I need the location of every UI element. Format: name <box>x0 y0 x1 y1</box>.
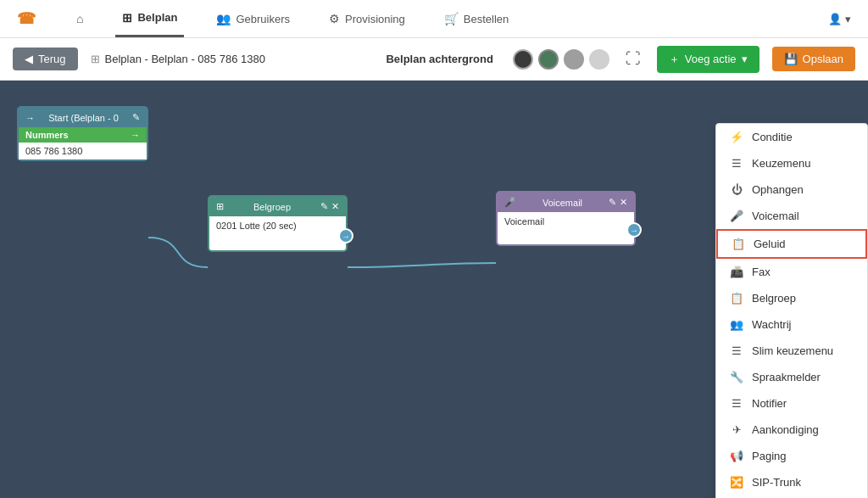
dropdown-item-notifier[interactable]: ☰ Notifier <box>716 390 867 417</box>
voicemail-node: 🎤 Voicemail ✎ ✕ Voicemail → <box>496 191 636 246</box>
voicemail-menu-icon: 🎤 <box>730 210 743 222</box>
group-icon: ⊞ <box>216 201 224 212</box>
dropdown-item-voicemail[interactable]: 🎤 Voicemail <box>716 203 867 229</box>
nav-bestellen-label: Bestellen <box>464 13 509 25</box>
canvas-area[interactable]: → Start (Belplan - 0 ✎ Nummers → 085 786… <box>0 81 868 498</box>
spraakmelder-icon: 🔧 <box>730 371 743 383</box>
gebruikers-icon: 👥 <box>216 12 231 25</box>
nav-bestellen[interactable]: 🛒 Bestellen <box>437 2 515 36</box>
voicemail-edit-button[interactable]: ✎ <box>609 197 616 208</box>
keuzemenu-label: Keuzemenu <box>752 157 810 170</box>
color-option-2[interactable] <box>564 49 584 70</box>
save-icon: 💾 <box>784 53 798 65</box>
group-row: 0201 Lotte (20 sec) <box>216 221 339 231</box>
toolbar: ◀ Terug ⊞ Belplan - Belplan - 085 786 13… <box>0 38 868 81</box>
color-picker <box>513 49 609 70</box>
group-edit-button[interactable]: ✎ <box>320 201 328 212</box>
dropdown-item-aankondiging[interactable]: ✈ Aankondiging <box>716 417 867 443</box>
geluid-label: Geluid <box>754 238 786 250</box>
voicemail-connector[interactable]: → <box>626 222 642 238</box>
paging-label: Paging <box>752 450 786 462</box>
wachtrij-icon: 👥 <box>730 318 743 331</box>
dropdown-item-paging[interactable]: 📢 Paging <box>716 443 867 469</box>
user-menu[interactable]: 👤 ▾ <box>828 13 851 25</box>
dropdown-item-geluid[interactable]: 📋 Geluid <box>716 229 867 259</box>
start-arrow-icon: → <box>25 113 35 123</box>
top-nav: ☎ ⌂ ⊞ Belplan 👥 Gebruikers ⚙ Provisionin… <box>0 0 868 38</box>
slim-keuzemenu-label: Slim keuzemenu <box>752 344 833 357</box>
dropdown-item-slim-keuzemenu[interactable]: ☰ Slim keuzemenu <box>716 338 867 364</box>
slim-keuzemenu-icon: ☰ <box>730 344 743 357</box>
plus-icon: ＋ <box>669 52 680 67</box>
start-node: → Start (Belplan - 0 ✎ Nummers → 085 786… <box>17 106 148 161</box>
notifier-label: Notifier <box>752 397 787 410</box>
voicemail-title: Voicemail <box>542 198 582 208</box>
dropdown-item-spraakmelder[interactable]: 🔧 Spraakmelder <box>716 364 867 390</box>
voicemail-icon: 🎤 <box>504 197 516 208</box>
start-row-0: 085 786 1380 <box>19 143 147 159</box>
paging-icon: 📢 <box>730 450 743 462</box>
belplan-icon: ⊞ <box>122 11 132 25</box>
belgroep-menu-label: Belgroep <box>752 292 796 305</box>
group-node-header: ⊞ Belgroep ✎ ✕ <box>209 197 346 216</box>
breadcrumb: ⊞ Belplan - Belplan - 085 786 1380 <box>91 53 265 65</box>
add-action-button[interactable]: ＋ Voeg actie ▾ <box>657 46 760 73</box>
start-col-header: Nummers → <box>19 127 147 143</box>
fax-label: Fax <box>752 266 771 278</box>
keuzemenu-icon: ☰ <box>730 157 743 170</box>
sip-trunk-label: SIP-Trunk <box>752 476 801 489</box>
voicemail-node-icons: ✎ ✕ <box>609 197 627 208</box>
color-option-3[interactable] <box>589 49 609 70</box>
conditie-icon: ⚡ <box>730 131 743 143</box>
breadcrumb-text: Belplan - Belplan - 085 786 1380 <box>105 53 265 65</box>
geluid-icon: 📋 <box>732 238 745 250</box>
color-option-0[interactable] <box>513 49 533 70</box>
dropdown-item-keuzemenu[interactable]: ☰ Keuzemenu <box>716 150 867 176</box>
start-title: Start (Belplan - 0 <box>48 113 119 123</box>
back-button[interactable]: ◀ Terug <box>13 48 78 70</box>
home-icon: ⌂ <box>76 12 83 25</box>
wachtrij-label: Wachtrij <box>752 318 791 331</box>
nav-belplan-label: Belplan <box>137 11 177 24</box>
group-node-icons: ✎ ✕ <box>320 201 339 212</box>
belgroep-menu-icon: 📋 <box>730 292 743 305</box>
notifier-icon: ☰ <box>730 397 743 410</box>
expand-button[interactable]: ⛶ <box>622 47 644 71</box>
back-arrow-icon: ◀ <box>25 53 33 65</box>
user-dropdown-icon: ▾ <box>845 13 851 25</box>
voicemail-node-body: Voicemail → <box>498 212 634 244</box>
nav-gebruikers[interactable]: 👥 Gebruikers <box>209 2 297 36</box>
sip-trunk-icon: 🔀 <box>730 476 743 489</box>
dropdown-arrow-icon: ▾ <box>742 53 748 65</box>
start-node-body: Nummers → 085 786 1380 <box>19 127 147 159</box>
dropdown-item-belgroep[interactable]: 📋 Belgroep <box>716 285 867 311</box>
nav-home[interactable]: ⌂ <box>70 2 90 36</box>
group-connector[interactable]: → <box>338 228 353 243</box>
dropdown-item-conditie[interactable]: ⚡ Conditie <box>716 124 867 150</box>
nav-provisioning[interactable]: ⚙ Provisioning <box>322 2 412 36</box>
user-avatar-icon: 👤 <box>828 13 842 25</box>
dropdown-item-sip-trunk[interactable]: 🔀 SIP-Trunk <box>716 469 867 495</box>
dropdown-item-ophangen[interactable]: ⏻ Ophangen <box>716 176 867 203</box>
nav-gebruikers-label: Gebruikers <box>236 13 290 25</box>
ophangen-label: Ophangen <box>752 183 804 196</box>
save-button[interactable]: 💾 Opslaan <box>772 47 855 71</box>
start-node-header: → Start (Belplan - 0 ✎ <box>19 108 147 127</box>
bg-label: Belplan achtergrond <box>386 53 492 65</box>
save-label: Opslaan <box>803 53 843 65</box>
group-delete-button[interactable]: ✕ <box>331 201 339 212</box>
voicemail-menu-label: Voicemail <box>752 210 799 222</box>
color-option-1[interactable] <box>538 49 559 70</box>
nav-provisioning-label: Provisioning <box>345 13 405 25</box>
voicemail-row: Voicemail <box>504 216 627 227</box>
back-label: Terug <box>38 53 66 65</box>
expand-icon: ⛶ <box>626 50 641 67</box>
voicemail-delete-button[interactable]: ✕ <box>620 197 627 208</box>
start-edit-icon[interactable]: ✎ <box>132 112 140 123</box>
group-title: Belgroep <box>253 202 291 212</box>
dropdown-item-wachtrij[interactable]: 👥 Wachtrij <box>716 311 867 338</box>
ophangen-icon: ⏻ <box>730 183 743 196</box>
dropdown-item-fax[interactable]: 📠 Fax <box>716 259 867 285</box>
breadcrumb-icon: ⊞ <box>91 53 100 65</box>
nav-belplan[interactable]: ⊞ Belplan <box>115 1 184 37</box>
